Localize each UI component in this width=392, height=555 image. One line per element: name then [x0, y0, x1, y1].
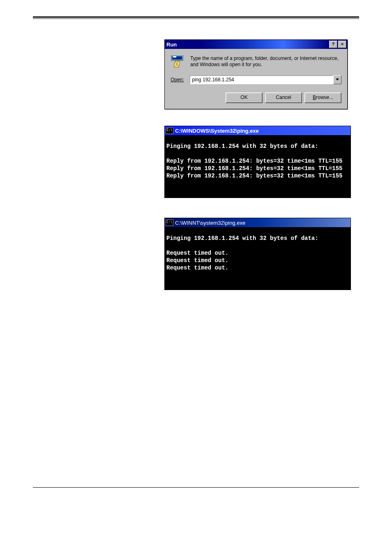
document-page: Run ? × Type [0, 0, 392, 504]
browse-button[interactable]: Browse... [304, 92, 341, 103]
ok-button[interactable]: OK [226, 92, 263, 103]
run-icon [171, 55, 184, 68]
console-success-titlebar: C:\ C:\WINDOWS\System32\ping.exe [165, 126, 350, 135]
console-success-line-2: Reply from 192.168.1.254: bytes=32 time<… [166, 158, 342, 164]
console-timeout-titlebar: C:\ C:\WINNT\system32\ping.exe [165, 218, 350, 227]
console-timeout-line-4: Request timed out. [166, 265, 228, 271]
help-button[interactable]: ? [329, 41, 337, 48]
cmd-icon: C:\ [166, 219, 173, 226]
run-buttons-row: OK Cancel Browse... [171, 92, 341, 103]
chevron-down-icon [336, 78, 339, 81]
console-success-title: C:\WINDOWS\System32\ping.exe [175, 128, 259, 134]
console-timeout-line-2: Request timed out. [166, 250, 228, 256]
console-timeout-line-0: Pinging 192.168.1.254 with 32 bytes of d… [166, 235, 318, 242]
svg-marker-6 [336, 78, 339, 81]
combo-dropdown-button[interactable] [333, 75, 341, 84]
cmd-icon: C:\ [166, 127, 173, 134]
run-dialog-upper: Type the name of a program, folder, docu… [171, 55, 341, 68]
run-dialog: Run ? × Type [164, 39, 348, 109]
console-timeout-title: C:\WINNT\system32\ping.exe [175, 220, 245, 226]
cancel-button[interactable]: Cancel [265, 92, 302, 103]
bottom-divider [33, 487, 359, 488]
open-label: Open: [171, 77, 189, 83]
open-input[interactable] [189, 75, 333, 84]
run-dialog-description: Type the name of a program, folder, docu… [190, 55, 341, 68]
console-success: C:\ C:\WINDOWS\System32\ping.exe Pinging… [164, 126, 351, 198]
console-success-line-4: Reply from 192.168.1.254: bytes=32 time<… [166, 173, 342, 179]
figures-container: Run ? × Type [164, 39, 349, 290]
console-success-line-3: Reply from 192.168.1.254: bytes=32 time<… [166, 165, 342, 172]
svg-rect-2 [173, 56, 176, 58]
console-timeout-body: Pinging 192.168.1.254 with 32 bytes of d… [165, 227, 350, 290]
close-button[interactable]: × [338, 41, 346, 48]
run-open-row: Open: [171, 75, 341, 84]
console-timeout: C:\ C:\WINNT\system32\ping.exe Pinging 1… [164, 218, 351, 290]
console-success-line-0: Pinging 192.168.1.254 with 32 bytes of d… [166, 143, 318, 150]
top-divider [33, 16, 359, 19]
console-success-body: Pinging 192.168.1.254 with 32 bytes of d… [165, 135, 350, 198]
run-dialog-body: Type the name of a program, folder, docu… [165, 49, 347, 109]
run-dialog-title: Run [166, 41, 329, 48]
console-timeout-line-3: Request timed out. [166, 257, 228, 264]
open-combobox[interactable] [189, 75, 341, 84]
run-dialog-titlebar: Run ? × [165, 40, 347, 49]
